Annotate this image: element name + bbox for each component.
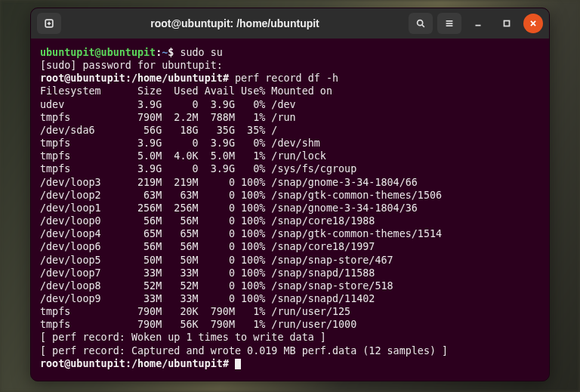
prompt-colon: : [125, 73, 131, 84]
df-row: /dev/loop7 33M 33M 0 100% /snap/snapd/11… [40, 267, 375, 279]
terminal-window: root@ubuntupit: /home/ubuntupit ubuntupi… [30, 8, 550, 381]
prompt-userhost: ubuntupit@ubuntupit [40, 47, 156, 58]
root-prompt-path: /home/ubuntupit [131, 73, 223, 84]
root-prompt-userhost: root@ubuntupit [40, 73, 125, 84]
df-row: /dev/loop9 33M 33M 0 100% /snap/snapd/11… [40, 293, 375, 304]
root-prompt-userhost: root@ubuntupit [40, 358, 125, 369]
df-row: tmpfs 790M 2.2M 788M 1% /run [40, 112, 296, 123]
perf-output-line: [ perf record: Captured and wrote 0.019 … [40, 345, 448, 357]
new-tab-button[interactable] [37, 13, 61, 34]
df-row: tmpfs 5.0M 4.0K 5.0M 1% /run/lock [40, 150, 326, 162]
df-row: /dev/sda6 56G 18G 35G 35% / [40, 125, 277, 136]
prompt-colon: : [125, 358, 131, 369]
df-row: /dev/loop8 52M 52M 0 100% /snap/snap-sto… [40, 280, 393, 292]
search-button[interactable] [409, 13, 433, 34]
command-text: perf record df -h [235, 73, 338, 84]
svg-rect-9 [504, 21, 510, 26]
df-row: /dev/loop0 56M 56M 0 100% /snap/core18/1… [40, 215, 375, 227]
df-row: /dev/loop4 65M 65M 0 100% /snap/gtk-comm… [40, 228, 442, 239]
titlebar: root@ubuntupit: /home/ubuntupit [31, 8, 549, 39]
svg-point-3 [418, 20, 423, 26]
minimize-button[interactable] [466, 13, 490, 34]
perf-output-line: [ perf record: Woken up 1 times to write… [40, 332, 326, 343]
close-icon [528, 18, 538, 29]
minimize-icon [473, 18, 483, 29]
df-row: /dev/loop5 50M 50M 0 100% /snap/snap-sto… [40, 255, 393, 266]
df-row: tmpfs 3.9G 0 3.9G 0% /sys/fs/cgroup [40, 163, 356, 174]
maximize-button[interactable] [495, 13, 519, 34]
search-icon [415, 18, 426, 29]
hamburger-icon [444, 18, 455, 29]
window-title: root@ubuntupit: /home/ubuntupit [66, 17, 404, 29]
prompt-hash: # [223, 73, 235, 84]
df-row: /dev/loop3 219M 219M 0 100% /snap/gnome-… [40, 177, 418, 188]
df-header: Filesystem Size Used Avail Use% Mounted … [40, 85, 332, 97]
root-prompt-path: /home/ubuntupit [131, 358, 223, 369]
df-row: tmpfs 790M 20K 790M 1% /run/user/125 [40, 306, 350, 317]
prompt-hash: # [223, 358, 235, 369]
prompt-dollar: $ [168, 47, 180, 58]
svg-line-4 [422, 25, 424, 27]
df-row: tmpfs 3.9G 0 3.9G 0% /dev/shm [40, 137, 320, 149]
terminal-body[interactable]: ubuntupit@ubuntupit:~$ sudo su [sudo] pa… [31, 39, 549, 381]
df-row: tmpfs 790M 56K 790M 1% /run/user/1000 [40, 319, 356, 330]
df-row: /dev/loop2 63M 63M 0 100% /snap/gtk-comm… [40, 190, 442, 201]
new-tab-icon [44, 18, 54, 29]
menu-button[interactable] [437, 13, 461, 34]
close-button[interactable] [523, 14, 543, 33]
command-text: sudo su [180, 47, 222, 58]
maximize-icon [501, 18, 512, 29]
cursor [235, 359, 241, 369]
sudo-password-line: [sudo] password for ubuntupit: [40, 60, 223, 71]
df-row: udev 3.9G 0 3.9G 0% /dev [40, 99, 296, 110]
df-row: /dev/loop6 56M 56M 0 100% /snap/core18/1… [40, 241, 375, 252]
df-row: /dev/loop1 256M 256M 0 100% /snap/gnome-… [40, 202, 418, 214]
